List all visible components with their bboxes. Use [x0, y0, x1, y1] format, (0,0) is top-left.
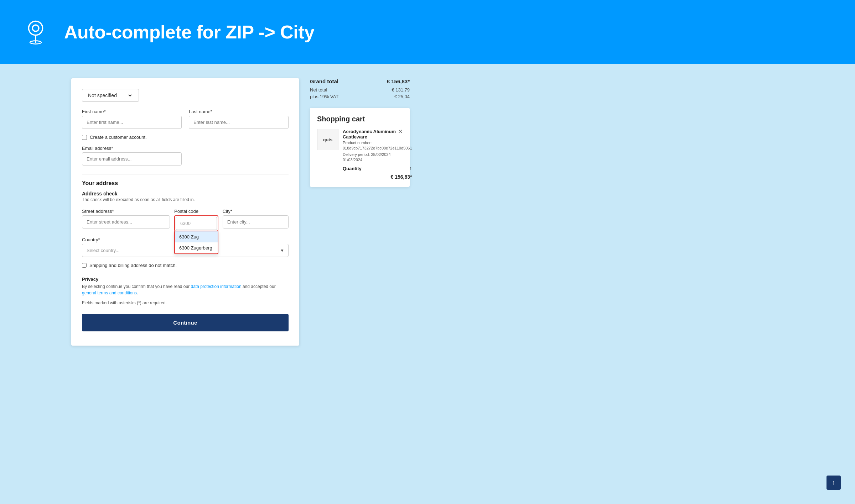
- autocomplete-item-zug[interactable]: 6300 Zug: [175, 231, 218, 242]
- location-pin-icon: [21, 17, 50, 47]
- autocomplete-item-zugerberg[interactable]: 6300 Zugerberg: [175, 242, 218, 253]
- first-name-label: First name*: [82, 109, 182, 114]
- net-total-label: Net total: [310, 87, 327, 93]
- last-name-input[interactable]: [189, 116, 289, 129]
- vat-row: plus 19% VAT € 25,04: [310, 94, 410, 99]
- cart-item-qty-value: 1: [409, 166, 412, 171]
- required-note: Fields marked with asterisks (*) are req…: [82, 300, 289, 305]
- first-name-group: First name*: [82, 109, 182, 129]
- street-group: Street address*: [82, 209, 170, 229]
- arrow-up-icon: ↑: [832, 479, 835, 487]
- city-group: City*: [223, 209, 289, 229]
- cart-section: Shopping cart quis Aerodynamic Aluminum …: [310, 108, 410, 187]
- privacy-text-mid: and accepted our: [242, 284, 276, 289]
- address-check-title: Address check: [82, 191, 289, 196]
- checkout-form-card: Not specified Mr. Ms. Dr. First name* La…: [71, 78, 299, 346]
- address-check-desc: The check will be executed as soon as al…: [82, 197, 289, 202]
- continue-button[interactable]: Continue: [82, 314, 289, 331]
- svg-point-1: [32, 25, 39, 31]
- net-total-row: Net total € 131,79: [310, 87, 410, 93]
- first-name-input[interactable]: [82, 116, 182, 129]
- cart-title: Shopping cart: [317, 115, 403, 123]
- cart-item: quis Aerodynamic Aluminum Castleware Pro…: [317, 129, 403, 180]
- net-total-value: € 131,79: [392, 87, 410, 93]
- cart-item-details: Aerodynamic Aluminum Castleware Product …: [343, 129, 412, 180]
- privacy-section: Privacy By selecting continue you confir…: [82, 277, 289, 296]
- scroll-to-top-button[interactable]: ↑: [826, 476, 841, 490]
- main-area: Not specified Mr. Ms. Dr. First name* La…: [0, 64, 855, 504]
- name-row: First name* Last name*: [82, 109, 289, 129]
- postal-highlight-wrapper: 6300 6300 Zug 6300 Zugerberg: [174, 215, 218, 231]
- grand-total-value: € 156,83*: [387, 78, 410, 84]
- create-account-checkbox[interactable]: [82, 135, 87, 140]
- privacy-text: By selecting continue you confirm that y…: [82, 283, 289, 296]
- shipping-label: Shipping and billing address do not matc…: [89, 263, 177, 268]
- title-select-wrapper: Not specified Mr. Ms. Dr.: [82, 89, 289, 102]
- cart-item-product-number: 018d9cb7173272e7bc08e72e110d5061: [343, 146, 412, 150]
- title-select-display[interactable]: Not specified Mr. Ms. Dr.: [82, 89, 139, 102]
- address-section-title: Your address: [82, 174, 289, 187]
- grand-total-label: Grand total: [310, 78, 338, 84]
- city-label: City*: [223, 209, 289, 214]
- vat-label: plus 19% VAT: [310, 94, 338, 99]
- cart-item-delivery: Delivery period: 28/02/2024 - 01/03/2024: [343, 152, 412, 163]
- last-name-group: Last name*: [189, 109, 289, 129]
- cart-item-qty-label: Quantity: [343, 166, 362, 171]
- postal-group: Postal code 6300 6300 Zug 6300 Zugerberg: [174, 209, 218, 231]
- subtotals: Net total € 131,79 plus 19% VAT € 25,04: [310, 87, 410, 99]
- city-input[interactable]: [223, 215, 289, 229]
- cart-item-price: € 156,83*: [343, 174, 412, 180]
- street-label: Street address*: [82, 209, 170, 214]
- shipping-checkbox-row: Shipping and billing address do not matc…: [82, 263, 289, 268]
- header-banner: Auto-complete for ZIP -> City: [0, 0, 855, 64]
- autocomplete-dropdown: 6300 Zug 6300 Zugerberg: [174, 231, 218, 254]
- email-input[interactable]: [82, 152, 182, 166]
- remove-cart-item-button[interactable]: ✕: [398, 129, 403, 135]
- terms-conditions-link[interactable]: general terms and conditions: [82, 290, 137, 295]
- right-panel: Grand total € 156,83* Net total € 131,79…: [310, 78, 410, 187]
- cart-item-product-number-label: Product number: 018d9cb7173272e7bc08e72e…: [343, 140, 412, 151]
- address-row: Street address* Postal code 6300 6300 Zu…: [82, 209, 289, 231]
- title-select[interactable]: Not specified Mr. Ms. Dr.: [87, 92, 133, 99]
- postal-label: Postal code: [174, 209, 218, 214]
- page-title: Auto-complete for ZIP -> City: [64, 21, 314, 43]
- postal-code-input[interactable]: 6300: [176, 217, 217, 230]
- data-protection-link[interactable]: data protection information: [191, 284, 242, 289]
- cart-item-thumbnail: quis: [317, 129, 338, 150]
- privacy-text-after: .: [137, 290, 138, 295]
- vat-value: € 25,04: [394, 94, 410, 99]
- last-name-label: Last name*: [189, 109, 289, 114]
- privacy-text-before: By selecting continue you confirm that y…: [82, 284, 191, 289]
- privacy-title: Privacy: [82, 277, 289, 282]
- email-group: Email address*: [82, 146, 289, 166]
- grand-total-bar: Grand total € 156,83*: [310, 78, 410, 84]
- create-account-label: Create a customer account.: [90, 135, 147, 140]
- shipping-billing-checkbox[interactable]: [82, 263, 87, 268]
- svg-point-0: [28, 21, 42, 35]
- create-account-row: Create a customer account.: [82, 135, 289, 140]
- cart-item-qty-row: Quantity 1: [343, 166, 412, 171]
- email-label: Email address*: [82, 146, 289, 151]
- street-input[interactable]: [82, 215, 170, 229]
